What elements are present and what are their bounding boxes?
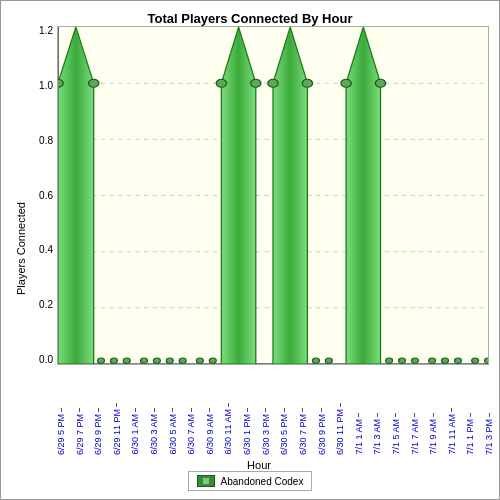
svg-point-8 [58,79,63,87]
legend-label: Abandoned Codex [221,476,304,487]
svg-point-34 [442,358,449,363]
x-tick-label: 7/1 3 PM [484,419,494,455]
x-tick: 6/30 9 PM [317,408,327,455]
svg-point-30 [386,358,393,363]
svg-point-36 [472,358,479,363]
x-tick: 7/1 3 AM [372,413,382,455]
x-tick-line [154,408,155,412]
x-tick: 6/29 7 PM [75,408,85,455]
x-tick-label: 6/29 5 PM [56,414,66,455]
svg-marker-7 [58,27,94,364]
chart-title: Total Players Connected By Hour [148,11,353,26]
svg-marker-16 [346,27,380,364]
x-tick-label: 6/30 11 AM [223,409,233,455]
x-tick-label: 6/30 9 AM [205,414,215,455]
svg-point-15 [302,79,312,87]
x-tick: 6/29 9 PM [93,408,103,455]
y-tick-label: 0.4 [39,245,53,255]
svg-point-17 [341,79,351,87]
svg-point-26 [196,358,203,363]
x-tick-line [284,408,285,412]
x-tick-label: 6/30 11 PM [335,409,345,455]
x-tick-label: 6/29 9 PM [93,414,103,455]
y-tick-label: 0.0 [39,355,53,365]
y-tick-label: 0.2 [39,300,53,310]
x-tick-line [302,408,303,412]
legend: Abandoned Codex [188,471,313,491]
svg-point-35 [454,358,461,363]
chart-inner: 0.00.20.40.60.81.01.2 [29,26,489,471]
y-ticks: 0.00.20.40.60.81.01.2 [29,26,57,365]
x-tick: 6/30 11 AM [223,403,233,455]
x-tick-line [61,408,62,412]
legend-icon-inner [202,477,210,485]
y-tick-label: 1.0 [39,81,53,91]
svg-marker-13 [273,27,307,364]
svg-point-22 [141,358,148,363]
svg-point-20 [110,358,117,363]
x-axis-label: Hour [29,459,489,471]
x-tick: 6/30 7 AM [186,408,196,455]
svg-point-32 [411,358,418,363]
x-tick: 7/1 7 AM [410,413,420,455]
x-tick-label: 6/30 7 AM [186,414,196,455]
legend-icon [197,475,215,487]
plot-area [57,26,489,365]
x-tick: 6/29 5 PM [56,408,66,455]
svg-point-11 [216,79,226,87]
x-tick-label: 6/30 7 PM [298,414,308,455]
svg-point-29 [325,358,332,363]
x-tick-line [116,403,117,407]
svg-point-31 [399,358,406,363]
x-ticks: 6/29 5 PM6/29 7 PM6/29 9 PM6/29 11 PM6/3… [61,365,489,455]
x-tick-label: 7/1 11 AM [447,414,457,455]
svg-point-21 [123,358,130,363]
x-tick: 6/30 11 PM [335,403,345,455]
svg-point-14 [268,79,278,87]
x-tick-line [470,413,471,417]
x-tick: 6/30 7 PM [298,408,308,455]
x-tick: 7/1 1 PM [465,413,475,455]
x-tick-label: 6/29 7 PM [75,414,85,455]
x-tick-line [377,413,378,417]
x-tick: 7/1 5 AM [391,413,401,455]
x-tick: 6/30 3 AM [149,408,159,455]
x-tick: 7/1 11 AM [447,408,457,455]
svg-point-28 [313,358,320,363]
x-tick-label: 6/30 5 AM [168,414,178,455]
svg-point-18 [375,79,385,87]
x-tick: 6/30 5 PM [279,408,289,455]
y-axis-label: Players Connected [11,26,29,471]
x-tick-line [321,408,322,412]
x-tick-line [433,413,434,417]
x-tick-line [358,413,359,417]
chart-area: Players Connected 0.00.20.40.60.81.01.2 [1,26,499,471]
svg-point-37 [485,358,488,363]
y-tick-label: 0.8 [39,136,53,146]
x-tick-line [489,413,490,417]
svg-point-19 [98,358,105,363]
bars-svg [58,27,488,364]
x-tick: 7/1 1 AM [354,413,364,455]
x-tick-line [135,408,136,412]
x-tick-line [265,408,266,412]
x-tick-label: 7/1 9 AM [428,419,438,455]
x-tick-label: 7/1 7 AM [410,419,420,455]
chart-container: Total Players Connected By Hour Players … [0,0,500,500]
x-tick-line [395,413,396,417]
x-tick-line [172,408,173,412]
x-tick-label: 7/1 1 PM [465,419,475,455]
x-tick: 6/29 11 PM [112,403,122,455]
x-tick-label: 6/30 3 PM [261,414,271,455]
x-tick: 7/1 3 PM [484,413,494,455]
x-tick-label: 6/30 5 PM [279,414,289,455]
x-tick: 6/30 3 PM [261,408,271,455]
x-axis-container: 6/29 5 PM6/29 7 PM6/29 9 PM6/29 11 PM6/3… [29,365,489,455]
svg-point-23 [153,358,160,363]
svg-point-27 [209,358,216,363]
x-tick-line [228,403,229,407]
x-tick-label: 6/29 11 PM [112,409,122,455]
svg-point-24 [166,358,173,363]
x-tick-line [79,408,80,412]
x-tick-line [98,408,99,412]
